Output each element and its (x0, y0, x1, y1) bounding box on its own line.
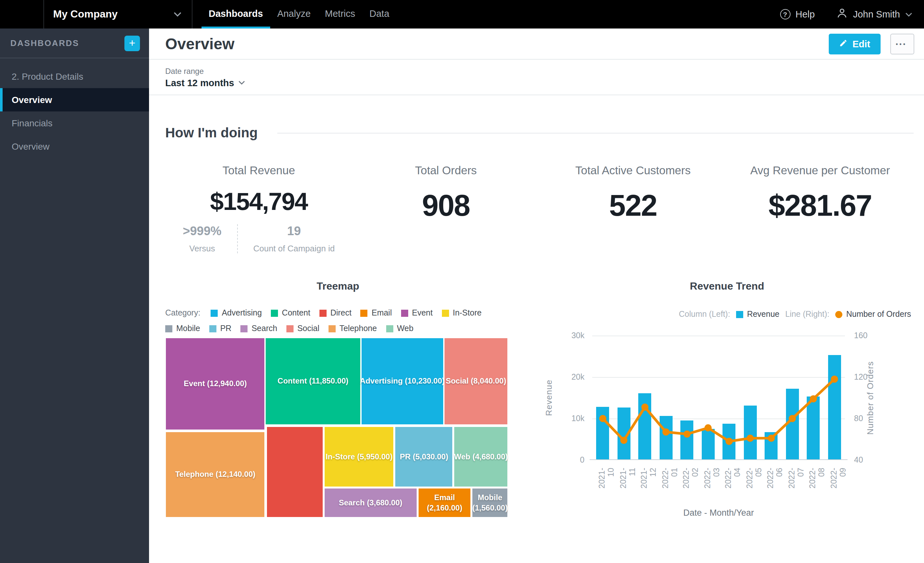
revenue-trend-widget: Revenue Trend Column (Left):RevenueLine … (540, 280, 914, 530)
line-point-2022-06[interactable] (768, 435, 775, 442)
legend-item-content[interactable]: Content (271, 308, 310, 317)
treemap-tile-content[interactable]: Content (11,850.00) (266, 338, 361, 425)
legend-item-email[interactable]: Email (361, 308, 392, 317)
treemap-tile-direct[interactable] (266, 427, 323, 518)
legend-swatch (442, 309, 449, 316)
nav-tab-dashboards[interactable]: Dashboards (201, 0, 270, 28)
treemap-tile-label: Mobile (1,560.00) (471, 493, 509, 514)
treemap-tile-label: Social (8,040.00) (444, 376, 508, 386)
legend-item-web[interactable]: Web (386, 324, 413, 333)
legend-item-label: Email (372, 308, 392, 317)
x-axis-tick: 2021-12 (640, 468, 650, 488)
legend-item-label: PR (220, 324, 232, 333)
legend-item-direct[interactable]: Direct (320, 308, 351, 317)
line-point-2021-11[interactable] (620, 437, 627, 444)
legend-item-advertising[interactable]: Advertising (211, 308, 262, 317)
treemap-tile-label: Event (12,940.00) (182, 379, 248, 389)
main-content: Overview Edit ••• Date range Last 12 mon… (149, 28, 924, 563)
line-point-2022-07[interactable] (789, 415, 796, 422)
nav-tab-analyze[interactable]: Analyze (270, 0, 318, 28)
left-axis-tick: 0 (580, 455, 585, 464)
treemap-tile-event[interactable]: Event (12,940.00) (165, 338, 266, 430)
edit-button[interactable]: Edit (828, 33, 880, 54)
treemap-chart: Event (12,940.00)Content (11,850.00)Adve… (165, 338, 508, 518)
nav-tab-data[interactable]: Data (362, 0, 396, 28)
line-point-2022-02[interactable] (684, 431, 691, 438)
treemap-tile-label: Content (11,850.00) (276, 376, 350, 386)
treemap-tile-search[interactable]: Search (3,680.00) (324, 488, 417, 518)
chevron-down-icon (239, 80, 245, 85)
line-point-2021-12[interactable] (642, 404, 649, 411)
legend-swatch (286, 325, 294, 332)
legend-item-in-store[interactable]: In-Store (442, 308, 482, 317)
treemap-tile-email[interactable]: Email (2,160.00) (418, 488, 471, 518)
legend-swatch (165, 325, 172, 332)
sidebar-item-overview[interactable]: Overview (0, 135, 149, 158)
sidebar-item-financials[interactable]: Financials (0, 111, 149, 135)
treemap-tile-label: PR (5,030.00) (399, 452, 449, 462)
dashboard-list: 2. Product DetailsOverviewFinancialsOver… (0, 65, 149, 158)
legend-item-pr[interactable]: PR (209, 324, 232, 333)
legend-item-label: In-Store (453, 308, 482, 317)
legend-item-social[interactable]: Social (286, 324, 320, 333)
workspace-picker[interactable]: My Company (44, 0, 192, 28)
dashboard-content: How I'm doing Total Revenue$154,794>999%… (149, 125, 924, 530)
user-menu[interactable]: John Smith (837, 8, 912, 21)
more-options-button[interactable]: ••• (890, 33, 914, 54)
date-range-filter[interactable]: Date range Last 12 months (165, 66, 245, 88)
left-axis-tick: 30k (572, 331, 585, 340)
treemap-tile-web[interactable]: Web (4,680.00) (454, 427, 508, 487)
x-axis-tick: 2022-06 (766, 468, 777, 488)
right-axis-tick: 40 (854, 455, 863, 464)
line-point-2022-05[interactable] (747, 435, 754, 442)
sidebar-item-overview[interactable]: Overview (0, 88, 149, 111)
x-axis-tick: 2022-07 (787, 468, 798, 488)
legend-item-telephone[interactable]: Telephone (328, 324, 377, 333)
treemap-tile-label: Email (2,160.00) (418, 493, 471, 514)
page-title: Overview (165, 34, 234, 53)
legend-item-event[interactable]: Event (401, 308, 433, 317)
kpi-title: Total Active Customers (539, 164, 727, 178)
legend-item-search[interactable]: Search (240, 324, 277, 333)
legend-item-number-of-orders[interactable]: Number of Orders (835, 310, 911, 319)
line-point-2022-01[interactable] (663, 428, 670, 436)
legend-swatch (211, 309, 218, 316)
kpi-value: $281.67 (727, 188, 914, 223)
add-dashboard-button[interactable]: + (124, 35, 140, 51)
treemap-tile-telephone[interactable]: Telephone (12,140.00) (165, 431, 266, 518)
left-axis-tick: 10k (572, 414, 585, 423)
legend-item-label: Social (297, 324, 320, 333)
x-axis-tick: 2022-01 (661, 468, 671, 488)
edit-label: Edit (852, 39, 870, 49)
nav-right: ? Help John Smith (780, 0, 924, 28)
legend-swatch (386, 325, 393, 332)
legend-swatch (401, 309, 408, 316)
chevron-down-icon (905, 12, 912, 16)
line-point-2022-09[interactable] (831, 376, 838, 383)
legend-item-mobile[interactable]: Mobile (165, 324, 200, 333)
treemap-tile-social[interactable]: Social (8,040.00) (444, 338, 508, 425)
x-axis-tick: 2022-05 (745, 468, 756, 488)
line-point-2022-04[interactable] (726, 438, 733, 445)
nav-tabs: DashboardsAnalyzeMetricsData (201, 0, 396, 28)
sidebar: DASHBOARDS + 2. Product DetailsOverviewF… (0, 28, 149, 563)
legend-item-revenue[interactable]: Revenue (736, 310, 780, 319)
treemap-tile-in-store[interactable]: In-Store (5,950.00) (324, 427, 394, 487)
line-point-2022-03[interactable] (705, 424, 712, 431)
sidebar-item-2-product-details[interactable]: 2. Product Details (0, 65, 149, 88)
treemap-tile-pr[interactable]: PR (5,030.00) (395, 427, 453, 487)
top-nav: My Company DashboardsAnalyzeMetricsData … (0, 0, 924, 28)
kpi-secondary-label: Versus (183, 244, 221, 253)
line-point-2022-08[interactable] (810, 395, 817, 402)
treemap-tile-mobile[interactable]: Mobile (1,560.00) (472, 488, 508, 518)
legend-swatch (209, 325, 216, 332)
treemap-tile-advertising[interactable]: Advertising (10,230.00) (361, 338, 444, 425)
help-button[interactable]: ? Help (780, 9, 815, 19)
line-point-2021-10[interactable] (599, 415, 606, 422)
kpi-value: 908 (352, 188, 540, 223)
sidebar-header: DASHBOARDS + (0, 28, 149, 58)
trend-legend-prefix: Column (Left): (679, 310, 730, 319)
nav-tab-metrics[interactable]: Metrics (318, 0, 362, 28)
x-axis-tick: 2022-08 (808, 468, 819, 488)
help-label: Help (795, 9, 815, 19)
